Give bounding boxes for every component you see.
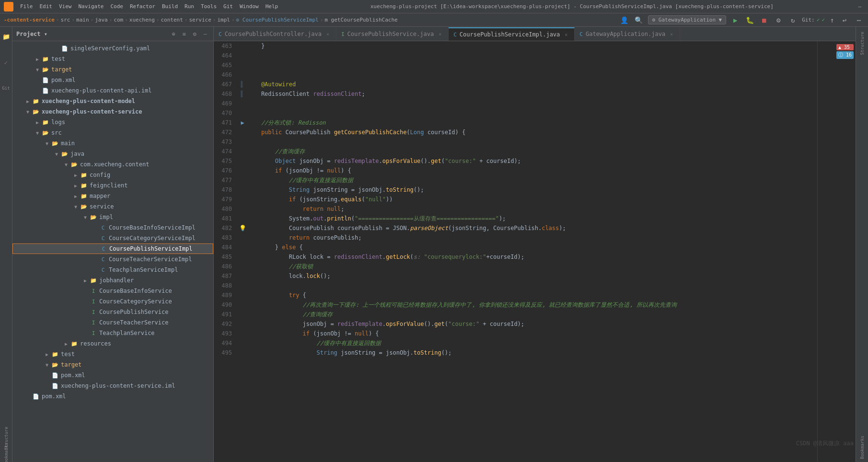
breadcrumb-service[interactable]: -content-service bbox=[4, 17, 55, 23]
project-scope-icon[interactable]: ⊕ bbox=[169, 30, 178, 38]
java-class-icon: C bbox=[99, 267, 107, 273]
window-minimize[interactable]: — bbox=[855, 3, 864, 10]
nav-settings-icon[interactable]: ⚙ bbox=[773, 15, 784, 25]
tab-gatewayapplication[interactable]: C GatewayApplication.java × bbox=[575, 27, 680, 41]
tree-item-api-iml[interactable]: 📄 xuecheng-plus-content-api.iml bbox=[12, 85, 213, 96]
breadcrumb-java[interactable]: java bbox=[95, 17, 108, 23]
git-push-icon[interactable]: ↑ bbox=[827, 15, 837, 25]
tree-item-model[interactable]: ▶ 📁 xuecheng-plus-content-model bbox=[12, 96, 213, 106]
nav-search-icon[interactable]: 🔍 bbox=[634, 15, 644, 25]
breadcrumb-content[interactable]: content bbox=[161, 17, 183, 23]
nav-refresh-icon[interactable]: ↻ bbox=[787, 15, 798, 25]
side-tab-commit[interactable]: ✓ bbox=[0, 55, 13, 70]
tree-item-svc-iml[interactable]: 📄 xuecheng-plus-content-service.iml bbox=[12, 381, 213, 391]
breadcrumb-class[interactable]: ⊙ CoursePublishServiceImpl bbox=[236, 17, 319, 23]
tree-item-singleServerConfig[interactable]: 📄 singleServerConfig.yaml bbox=[12, 43, 213, 54]
breadcrumb-impl[interactable]: impl bbox=[217, 17, 230, 23]
tree-item-coursepublish-impl[interactable]: C CoursePublishServiceImpl bbox=[12, 243, 213, 254]
menu-run[interactable]: Run bbox=[182, 2, 197, 11]
tree-item-coursecategory-svc[interactable]: I CourseCategoryService bbox=[12, 296, 213, 307]
menu-tools[interactable]: Tools bbox=[198, 2, 220, 11]
tree-item-resources[interactable]: ▶ 📁 resources bbox=[12, 338, 213, 349]
run-configuration[interactable]: ⚙ GatewayApplication ▼ bbox=[648, 15, 727, 24]
breadcrumb-src[interactable]: src bbox=[61, 17, 70, 23]
menu-window[interactable]: Window bbox=[237, 2, 262, 11]
project-close-icon[interactable]: — bbox=[201, 30, 209, 38]
menu-file[interactable]: File bbox=[17, 2, 36, 11]
breadcrumb-main[interactable]: main bbox=[76, 17, 89, 23]
menu-view[interactable]: View bbox=[56, 2, 75, 11]
tree-item-pom1[interactable]: 📄 pom.xml bbox=[12, 75, 213, 85]
nav-more-icon[interactable]: ⋯ bbox=[854, 15, 864, 25]
menu-code[interactable]: Code bbox=[107, 2, 126, 11]
tree-item-coursebase-impl[interactable]: C CourseBaseInfoServiceImpl bbox=[12, 222, 213, 233]
tree-item-teachplan-svc[interactable]: I TeachplanService bbox=[12, 328, 213, 338]
nav-profile-icon[interactable]: 👤 bbox=[619, 15, 630, 25]
project-settings-icon[interactable]: ⚙ bbox=[190, 30, 199, 38]
git-icon: Git bbox=[0, 82, 12, 94]
tree-item-target2[interactable]: ▼ 📂 target bbox=[12, 359, 213, 370]
breadcrumb-com[interactable]: com bbox=[114, 17, 123, 23]
tree-item-com-xuecheng[interactable]: ▼ 📂 com.xuecheng.content bbox=[12, 159, 213, 170]
right-tab-bookmarks[interactable]: Bookmarks bbox=[859, 433, 866, 462]
tab-close-icon[interactable]: × bbox=[563, 31, 569, 38]
tab-label: CoursePublishController.java bbox=[225, 31, 322, 37]
tree-arrow: ▶ bbox=[34, 57, 41, 62]
tree-item-src[interactable]: ▼ 📂 src bbox=[12, 127, 213, 138]
xml-file-icon: 📄 bbox=[32, 393, 40, 400]
tab-coursepublishcontroller[interactable]: C CoursePublishController.java × bbox=[214, 27, 336, 41]
tab-close-icon[interactable]: × bbox=[437, 31, 443, 37]
menu-refactor[interactable]: Refactor bbox=[127, 2, 158, 11]
tab-close-icon[interactable]: × bbox=[668, 31, 675, 37]
folder-open-icon: 📂 bbox=[51, 140, 59, 147]
menu-build[interactable]: Build bbox=[159, 2, 181, 11]
side-tab-bookmarks[interactable]: Bookmarks bbox=[0, 447, 13, 462]
tree-item-courseteacher-svc[interactable]: I CourseTeacherService bbox=[12, 317, 213, 328]
tree-item-impl-folder[interactable]: ▼ 📂 impl bbox=[12, 212, 213, 222]
tree-item-pom2[interactable]: 📄 pom.xml bbox=[12, 370, 213, 381]
xml-file-icon: 📄 bbox=[41, 77, 50, 83]
tree-arrow: ▶ bbox=[24, 99, 32, 104]
tree-item-logs[interactable]: ▶ 📁 logs bbox=[12, 117, 213, 127]
side-tab-project[interactable]: 📁 bbox=[0, 29, 13, 44]
tree-item-main[interactable]: ▼ 📂 main bbox=[12, 138, 213, 149]
tree-item-jobhandler[interactable]: ▶ 📁 jobhandler bbox=[12, 275, 213, 286]
tree-item-pom3[interactable]: 📄 pom.xml bbox=[12, 391, 213, 402]
tab-coursepublishservice[interactable]: I CoursePublishService.java × bbox=[336, 27, 449, 41]
menu-git[interactable]: Git bbox=[220, 2, 236, 11]
tree-item-coursebase-svc[interactable]: I CourseBaseInfoService bbox=[12, 286, 213, 296]
tree-item-config[interactable]: ▶ 📁 config bbox=[12, 170, 213, 180]
tree-item-java[interactable]: ▼ 📂 java bbox=[12, 149, 213, 159]
tab-close-icon[interactable]: × bbox=[324, 31, 331, 37]
code-line-476: 476 if (jsonObj != null) { bbox=[219, 166, 812, 175]
tree-item-coursecategory-impl[interactable]: C CourseCategoryServiceImpl bbox=[12, 233, 213, 243]
side-tab-git[interactable]: Git bbox=[0, 81, 13, 96]
tree-label: CourseBaseInfoServiceImpl bbox=[109, 224, 196, 231]
breadcrumb-service2[interactable]: service bbox=[189, 17, 211, 23]
code-editor[interactable]: 463 } 464 465 466 bbox=[214, 41, 817, 462]
menu-help[interactable]: Help bbox=[263, 2, 281, 11]
nav-stop-icon[interactable]: ■ bbox=[759, 15, 769, 25]
tree-item-target[interactable]: ▼ 📂 target bbox=[12, 64, 213, 75]
tree-item-service-root[interactable]: ▼ 📂 xuecheng-plus-content-service bbox=[12, 106, 213, 117]
tree-item-feignclient[interactable]: ▶ 📁 feignclient bbox=[12, 180, 213, 191]
tree-item-service-folder[interactable]: ▼ 📂 service bbox=[12, 201, 213, 212]
tree-item-teachplan-impl[interactable]: C TeachplanServiceImpl bbox=[12, 265, 213, 275]
menu-bar: File Edit View Navigate Code Refactor Bu… bbox=[17, 2, 281, 11]
tree-item-mapper[interactable]: ▶ 📁 mapper bbox=[12, 191, 213, 201]
nav-debug-icon[interactable]: 🐛 bbox=[744, 15, 755, 25]
tree-item-test[interactable]: ▶ 📁 test bbox=[12, 54, 213, 64]
tree-item-test2[interactable]: ▶ 📁 test bbox=[12, 349, 213, 359]
tab-coursepublishserviceimpl[interactable]: C CoursePublishServiceImpl.java × bbox=[449, 27, 575, 41]
menu-navigate[interactable]: Navigate bbox=[76, 2, 107, 11]
right-tab-structure[interactable]: Structure bbox=[859, 29, 866, 58]
breadcrumb-method[interactable]: m getCoursePublishCache bbox=[324, 17, 397, 23]
project-collapse-icon[interactable]: ≡ bbox=[180, 30, 188, 38]
menu-edit[interactable]: Edit bbox=[37, 2, 56, 11]
tree-label: service bbox=[90, 203, 114, 210]
nav-run-icon[interactable]: ▶ bbox=[730, 15, 741, 25]
git-undo-icon[interactable]: ↩ bbox=[839, 15, 850, 25]
tree-item-courseteacher-impl[interactable]: C CourseTeacherServiceImpl bbox=[12, 254, 213, 265]
tree-item-coursepublish-svc[interactable]: I CoursePublishService bbox=[12, 307, 213, 317]
breadcrumb-xuecheng[interactable]: xuecheng bbox=[129, 17, 155, 23]
